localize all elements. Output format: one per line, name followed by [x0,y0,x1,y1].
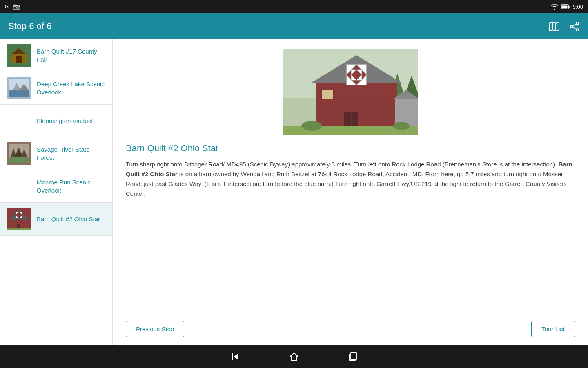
svg-line-10 [573,27,576,29]
content-body-text2: is on a barn owned by Wendall and Ruth B… [126,171,567,197]
share-icon[interactable] [569,20,580,31]
sidebar-item-thumb-6 [7,208,31,230]
wifi-icon [551,3,558,10]
svg-line-9 [573,24,576,26]
sidebar: Barn Quilt #17 County Fair Deep Creek La… [0,39,113,345]
email-icon: ✉ [5,3,10,10]
svg-point-8 [576,29,579,31]
svg-marker-3 [549,22,559,31]
app-bar: Stop 6 of 6 [0,13,588,39]
svg-marker-56 [290,353,298,360]
back-icon[interactable] [230,352,240,362]
sidebar-item-thumb-2 [7,77,31,99]
svg-rect-2 [568,6,570,8]
sidebar-item-barn-quilt-2[interactable]: Barn Quilt #2 Ohio Star [0,203,112,236]
svg-marker-54 [234,353,238,360]
sidebar-item-barn-quilt-17[interactable]: Barn Quilt #17 County Fair [0,39,112,72]
svg-point-53 [393,122,410,130]
previous-stop-button[interactable]: Previous Stop [126,321,184,337]
map-icon[interactable] [549,20,559,31]
svg-rect-1 [562,6,567,9]
status-bar: ✉ 📷 9:00 [0,0,588,13]
sidebar-item-thumb-1 [7,44,31,67]
home-icon[interactable] [289,352,299,362]
status-bar-right: 9:00 [551,3,583,10]
content-body-text1: Turn sharp right onto Bittinger Road/ MD… [126,161,557,168]
sidebar-item-savage-river[interactable]: Savage River State Forest [0,137,112,170]
battery-icon [561,4,570,10]
svg-point-52 [301,121,322,131]
sidebar-item-label-2: Deep Creek Lake Scenic Overlook [37,80,106,96]
svg-rect-29 [17,224,20,228]
main-layout: Barn Quilt #17 County Fair Deep Creek La… [0,39,588,345]
svg-rect-20 [9,157,29,163]
sidebar-item-bloomington[interactable]: Bloomington Viaduct [0,105,112,137]
sidebar-item-deep-creek[interactable]: Deep Creek Lake Scenic Overlook [0,72,112,105]
system-nav-bar [0,345,588,368]
sidebar-item-label-3: Bloomington Viaduct [37,117,93,125]
status-bar-left: ✉ 📷 [5,3,20,10]
content-body: Turn sharp right onto Bittinger Road/ MD… [126,159,575,199]
svg-point-7 [570,25,573,28]
time-label: 9:00 [573,4,583,10]
svg-rect-55 [232,353,233,360]
svg-rect-30 [7,228,31,230]
sidebar-item-monroe-run[interactable]: Monroe Run Scenic Overlook [0,170,112,203]
svg-rect-58 [351,353,356,359]
bottom-buttons: Previous Stop Tour List [126,321,575,337]
recents-icon[interactable] [348,352,358,362]
svg-rect-48 [322,90,333,99]
camera-icon: 📷 [13,3,20,10]
sidebar-item-label-4: Savage River State Forest [37,146,106,162]
content-image [126,49,575,135]
content-title: Barn Quilt #2 Ohio Star [126,143,575,154]
content-area: Barn Quilt #2 Ohio Star Turn sharp right… [113,39,588,345]
app-bar-actions [549,20,580,31]
sidebar-item-label-6: Barn Quilt #2 Ohio Star [37,215,100,223]
tour-list-button[interactable]: Tour List [531,321,575,337]
sidebar-item-label-5: Monroe Run Scenic Overlook [37,178,106,194]
barn-illustration [283,49,418,135]
sidebar-item-thumb-4 [7,142,31,165]
svg-point-6 [576,22,579,25]
svg-rect-16 [9,90,29,97]
svg-rect-14 [16,56,22,63]
sidebar-item-label-1: Barn Quilt #17 County Fair [37,47,106,63]
page-title: Stop 6 of 6 [8,21,51,31]
